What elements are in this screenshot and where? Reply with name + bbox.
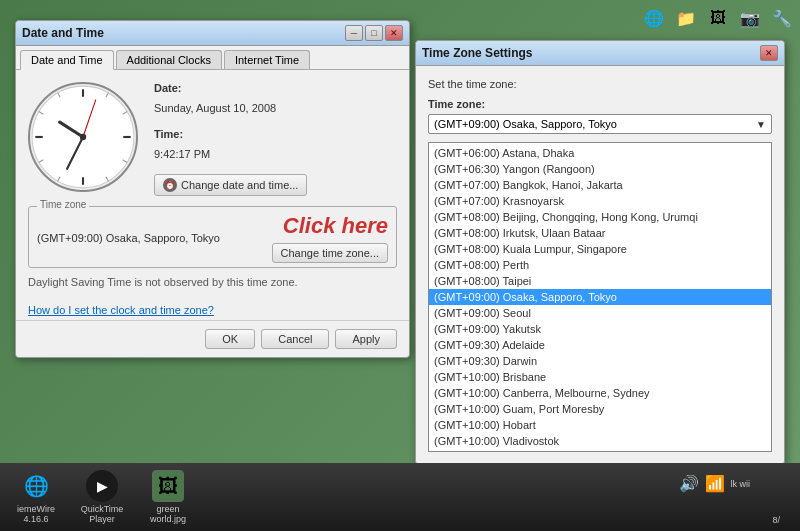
datetime-minimize-btn[interactable]: ─	[345, 25, 363, 41]
tz-list-item[interactable]: (GMT+11:00) Magadan, Solomon Is., New Ca…	[429, 449, 771, 452]
cancel-btn[interactable]: Cancel	[261, 329, 329, 349]
timezone-title: Time Zone Settings	[422, 46, 532, 60]
tz-list-item[interactable]: (GMT+08:00) Taipei	[429, 273, 771, 289]
tab-additional-clocks[interactable]: Additional Clocks	[116, 50, 222, 69]
tz-list-item[interactable]: (GMT+07:00) Krasnoyarsk	[429, 193, 771, 209]
datetime-title: Date and Time	[22, 26, 104, 40]
desktop-icons-top: 🌐 📁 🖼 📷 🔧	[640, 4, 796, 32]
tab-datetime[interactable]: Date and Time	[20, 50, 114, 70]
click-here-text[interactable]: Click here	[283, 213, 388, 239]
tz-list-item[interactable]: (GMT+06:00) Astana, Dhaka	[429, 145, 771, 161]
tz-list-item[interactable]: (GMT+09:30) Adelaide	[429, 337, 771, 353]
desktop-icon-3[interactable]: 🖼	[704, 4, 732, 32]
change-timezone-btn[interactable]: Change time zone...	[272, 243, 388, 263]
clock-svg	[30, 84, 136, 190]
tz-list-item[interactable]: (GMT+08:00) Irkutsk, Ulaan Bataar	[429, 225, 771, 241]
tz-list-item[interactable]: (GMT+09:00) Osaka, Sapporo, Tokyo	[429, 289, 771, 305]
tz-list-item[interactable]: (GMT+10:00) Guam, Port Moresby	[429, 401, 771, 417]
dst-note: Daylight Saving Time is not observed by …	[28, 276, 397, 288]
tray-icon-2: 📶	[705, 474, 725, 493]
how-link[interactable]: How do I set the clock and time zone?	[16, 300, 409, 320]
time-label: Time:	[154, 128, 397, 140]
change-datetime-btn[interactable]: ⏰ Change date and time...	[154, 174, 307, 196]
date-label: Date:	[154, 82, 397, 94]
desktop-icon-5[interactable]: 🔧	[768, 4, 796, 32]
timezone-body: Set the time zone: Time zone: (GMT+09:00…	[416, 66, 784, 464]
taskbar-item-green[interactable]: 🖼 greenworld.jpg	[138, 466, 198, 528]
timezone-inner-row: (GMT+09:00) Osaka, Sapporo, Tokyo Click …	[37, 213, 388, 263]
apply-btn[interactable]: Apply	[335, 329, 397, 349]
svg-point-16	[80, 134, 86, 140]
taskbar-icon-green: 🖼	[152, 470, 184, 502]
datetime-close-btn[interactable]: ✕	[385, 25, 403, 41]
time-value: 9:42:17 PM	[154, 148, 397, 160]
tz-dropdown-arrow: ▼	[756, 119, 766, 130]
change-datetime-icon: ⏰	[163, 178, 177, 192]
tz-list-item[interactable]: (GMT+06:30) Yangon (Rangoon)	[429, 161, 771, 177]
desktop-icon-1[interactable]: 🌐	[640, 4, 668, 32]
desktop: 🌐 📁 🖼 📷 🔧 Date and Time ─ □ ✕ Date and T…	[0, 0, 800, 531]
tz-list-item[interactable]: (GMT+10:00) Canberra, Melbourne, Sydney	[429, 385, 771, 401]
datetime-dialog: Date and Time ─ □ ✕ Date and Time Additi…	[15, 20, 410, 358]
tz-list-item[interactable]: (GMT+10:00) Hobart	[429, 417, 771, 433]
timezone-section-label: Time zone	[37, 199, 89, 210]
timezone-titlebar: Time Zone Settings ✕	[416, 41, 784, 66]
taskbar-label-quicktime: QuickTimePlayer	[81, 504, 124, 524]
taskbar-label-ieme: iemeWire4.16.6	[17, 504, 55, 524]
tz-dropdown-value: (GMT+09:00) Osaka, Sapporo, Tokyo	[434, 118, 617, 130]
taskbar-icon-ieme: 🌐	[20, 470, 52, 502]
datetime-body: Date: Sunday, August 10, 2008 Time: 9:42…	[16, 70, 409, 300]
date-display: 8/	[772, 515, 780, 525]
tray-time: lk wii	[731, 479, 751, 489]
tab-internet-time[interactable]: Internet Time	[224, 50, 310, 69]
tz-list-item[interactable]: (GMT+08:00) Kuala Lumpur, Singapore	[429, 241, 771, 257]
tz-list-container[interactable]: (GMT+04:30) Kabul(GMT+05:00) Ekaterinbur…	[428, 142, 772, 452]
datetime-tabs: Date and Time Additional Clocks Internet…	[16, 46, 409, 70]
tz-list-item[interactable]: (GMT+10:00) Vladivostok	[429, 433, 771, 449]
timezone-dialog: Time Zone Settings ✕ Set the time zone: …	[415, 40, 785, 465]
tz-list-item[interactable]: (GMT+10:00) Brisbane	[429, 369, 771, 385]
tz-list-item[interactable]: (GMT+07:00) Bangkok, Hanoi, Jakarta	[429, 177, 771, 193]
taskbar-item-ieme[interactable]: 🌐 iemeWire4.16.6	[6, 466, 66, 528]
datetime-footer: OK Cancel Apply	[16, 320, 409, 357]
tz-list-item[interactable]: (GMT+08:00) Perth	[429, 257, 771, 273]
taskbar-tray: 🔊 📶 lk wii	[679, 474, 751, 493]
datetime-title-controls: ─ □ ✕	[345, 25, 403, 41]
datetime-content: Date: Sunday, August 10, 2008 Time: 9:42…	[28, 82, 397, 196]
taskbar-icon-quicktime: ▶	[86, 470, 118, 502]
taskbar: 🌐 iemeWire4.16.6 ▶ QuickTimePlayer 🖼 gre…	[0, 463, 800, 531]
datetime-titlebar: Date and Time ─ □ ✕	[16, 21, 409, 46]
tz-set-label: Set the time zone:	[428, 78, 772, 90]
tz-dropdown[interactable]: (GMT+09:00) Osaka, Sapporo, Tokyo ▼	[428, 114, 772, 134]
timezone-title-controls: ✕	[760, 45, 778, 61]
tz-list-item[interactable]: (GMT+08:00) Beijing, Chongqing, Hong Kon…	[429, 209, 771, 225]
clock-face	[28, 82, 138, 192]
timezone-name: (GMT+09:00) Osaka, Sapporo, Tokyo	[37, 232, 220, 244]
datetime-maximize-btn[interactable]: □	[365, 25, 383, 41]
datetime-info: Date: Sunday, August 10, 2008 Time: 9:42…	[154, 82, 397, 196]
tz-list-item[interactable]: (GMT+09:00) Seoul	[429, 305, 771, 321]
date-value: Sunday, August 10, 2008	[154, 102, 397, 114]
timezone-close-btn[interactable]: ✕	[760, 45, 778, 61]
tz-zone-label: Time zone:	[428, 98, 772, 110]
tz-list-item[interactable]: (GMT+09:30) Darwin	[429, 353, 771, 369]
desktop-icon-4[interactable]: 📷	[736, 4, 764, 32]
tz-right-side: Click here Change time zone...	[272, 213, 388, 263]
tray-icon-1: 🔊	[679, 474, 699, 493]
ok-btn[interactable]: OK	[205, 329, 255, 349]
timezone-section: Time zone (GMT+09:00) Osaka, Sapporo, To…	[28, 206, 397, 268]
desktop-icon-2[interactable]: 📁	[672, 4, 700, 32]
taskbar-label-green: greenworld.jpg	[150, 504, 186, 524]
clock-container	[28, 82, 138, 196]
tz-list-item[interactable]: (GMT+09:00) Yakutsk	[429, 321, 771, 337]
taskbar-item-quicktime[interactable]: ▶ QuickTimePlayer	[72, 466, 132, 528]
